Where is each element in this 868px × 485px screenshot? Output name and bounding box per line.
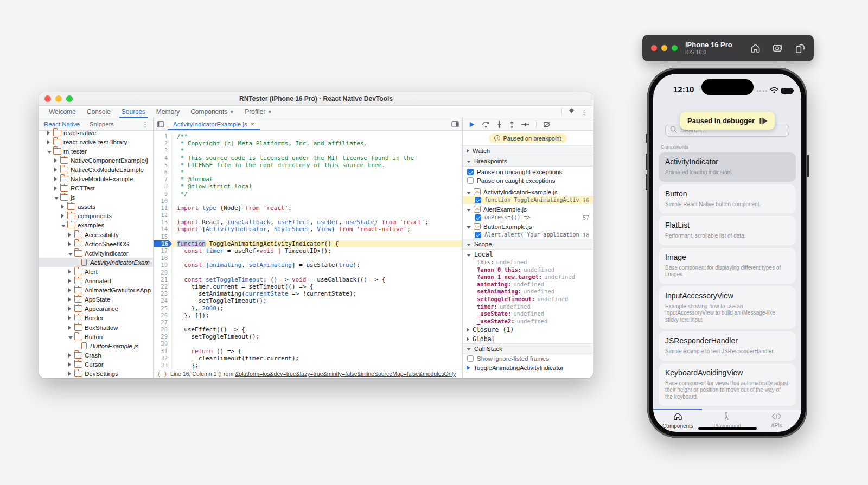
line-number[interactable]: 8 [154,183,172,190]
line-number[interactable]: 28 [154,326,172,333]
line-number[interactable]: 30 [154,340,172,347]
close-file-tab-icon[interactable]: × [251,120,254,128]
component-card-activityindicator[interactable]: ActivityIndicatorAnimated loading indica… [659,152,796,182]
component-card-button[interactable]: ButtonSimple React Native button compone… [659,184,796,214]
component-card-flatlist[interactable]: FlatListPerformant, scrollable list of d… [659,216,796,245]
line-number[interactable]: 25 [154,305,172,312]
tree-folder-alert[interactable]: Alert [39,267,153,276]
resume-script-icon[interactable] [468,121,475,128]
watch-section-header[interactable]: Watch [463,145,593,156]
tree-folder-boxshadow[interactable]: BoxShadow [39,323,153,332]
scope-local-row[interactable]: Local [463,250,593,259]
line-number[interactable]: 13 [154,219,172,226]
tree-folder-assets[interactable]: assets [39,202,153,212]
tree-folder-rcttest[interactable]: RCTTest [39,184,153,193]
step-over-icon[interactable] [482,121,490,128]
tree-folder-animatedgratuitousapp[interactable]: AnimatedGratuitousApp [39,286,153,295]
file-tab-activityindicatorexample[interactable]: ActivityIndicatorExample.js × [168,118,260,130]
line-number[interactable]: 18 [154,254,172,261]
tree-folder-crash[interactable]: Crash [39,350,153,360]
line-number[interactable]: 19 [154,261,172,269]
scope-variable[interactable]: animating:undefined [463,281,593,289]
breakpoint-entry[interactable]: function ToggleAnimatingActiv…16 [463,196,593,204]
more-options-icon[interactable]: ⋮ [580,109,588,116]
line-number[interactable]: 9 [154,190,172,197]
line-number[interactable]: 17 [154,247,172,254]
callstack-frame[interactable]: ToggleAnimatingActivityIndicator [463,363,593,373]
scope-variable[interactable]: setAnimating:undefined [463,288,593,296]
checkbox-checked[interactable] [475,197,481,203]
code-editor[interactable]: 1/**2 * Copyright (c) Meta Platforms, In… [154,131,462,369]
checkbox-checked[interactable] [467,169,474,175]
line-number[interactable]: 15 [154,233,172,240]
paused-in-debugger-banner[interactable]: Paused in debugger [680,112,775,130]
step-into-icon[interactable] [496,121,502,128]
line-number[interactable]: 3 [154,147,172,154]
source-url-link[interactable]: &platform=ios&dev=true&lazy=true&minify=… [235,371,456,377]
line-number[interactable]: 31 [154,348,172,355]
callstack-section-header[interactable]: Call Stack [463,343,593,354]
tree-folder-rn-tester[interactable]: rn-tester [39,146,153,156]
show-ignore-listed-frames-option[interactable]: Show ignore-listed frames [463,354,593,363]
tree-folder-button[interactable]: Button [39,332,153,341]
line-number[interactable]: 11 [154,205,172,212]
scope-variable[interactable]: _useState2:undefined [463,318,593,326]
scope-global-row[interactable]: Global [463,334,593,343]
line-number[interactable]: 6 [154,169,172,176]
line-number[interactable]: 4 [154,155,172,162]
line-number[interactable]: 1 [154,133,172,140]
sidebar-more-options-icon[interactable]: ⋮ [142,121,153,128]
line-number[interactable]: 21 [154,276,172,283]
close-window-button[interactable] [651,45,657,51]
tree-folder-appearance[interactable]: Appearance [39,304,153,314]
tree-folder-components[interactable]: components [39,212,153,221]
checkbox-unchecked[interactable] [467,177,474,184]
home-button-icon[interactable] [750,43,761,53]
settings-gear-icon[interactable] [567,107,575,117]
step-out-icon[interactable] [509,121,515,128]
component-card-keyboardavoidingview[interactable]: KeyboardAvoidingViewBase component for v… [659,363,796,406]
line-number[interactable]: 32 [154,355,172,362]
breakpoint-file-row[interactable]: <>ButtonExample.js [463,221,593,231]
devtools-tab-welcome[interactable]: Welcome [43,106,81,118]
scope-variable[interactable]: ?anon_1_new.target:undefined [463,273,593,281]
line-number[interactable]: 5 [154,162,172,169]
toggle-navigator-panel-icon[interactable] [154,118,168,130]
line-number[interactable]: 22 [154,283,172,290]
tree-file-buttonexample-js[interactable]: ButtonExample.js [39,341,153,350]
toggle-debugger-panel-icon[interactable] [448,118,462,130]
execution-line-number[interactable]: 16 [154,240,172,247]
screenshot-camera-icon[interactable] [773,43,783,53]
tree-folder-nativemoduleexample[interactable]: NativeModuleExample [39,174,153,183]
breakpoints-section-header[interactable]: Breakpoints [463,156,593,167]
component-card-image[interactable]: ImageBase component for displaying diffe… [659,248,796,284]
tree-file-activityindicatorexam[interactable]: ActivityIndicatorExam [39,258,153,267]
checkbox-unchecked[interactable] [467,355,474,362]
tree-folder-devsettings[interactable]: DevSettings [39,369,153,378]
line-number[interactable]: 20 [154,269,172,276]
line-number[interactable]: 33 [154,362,172,369]
tree-folder-nativecxxmoduleexample[interactable]: NativeCxxModuleExample [39,165,153,174]
line-number[interactable]: 29 [154,333,172,340]
tab-apis[interactable]: APIs [752,412,801,429]
devtools-tab-sources[interactable]: Sources [116,106,151,118]
resume-debugger-icon[interactable] [760,118,767,124]
line-number[interactable]: 27 [154,319,172,326]
devtools-tab-memory[interactable]: Memory [151,106,185,118]
tree-folder-activityindicator[interactable]: ActivityIndicator [39,248,153,258]
breakpoint-file-row[interactable]: <>ActivityIndicatorExample.js [463,187,593,196]
sidebar-tab-snippets[interactable]: Snippets [85,121,119,127]
line-number[interactable]: 14 [154,226,172,233]
deactivate-breakpoints-icon[interactable] [543,121,551,128]
line-number[interactable]: 12 [154,212,172,219]
pretty-print-icon[interactable]: { } [157,371,167,377]
devtools-tab-console[interactable]: Console [81,106,116,118]
tree-folder-actionsheetios[interactable]: ActionSheetIOS [39,239,153,248]
checkbox-checked[interactable] [475,232,481,238]
tree-folder-examples[interactable]: examples [39,221,153,230]
line-number[interactable]: 23 [154,290,172,297]
line-number[interactable]: 24 [154,297,172,304]
breakpoint-entry[interactable]: Alert.alert(`Your application…18 [463,231,593,239]
line-number[interactable]: 10 [154,197,172,205]
devtools-tab-components[interactable]: Components [185,106,239,118]
